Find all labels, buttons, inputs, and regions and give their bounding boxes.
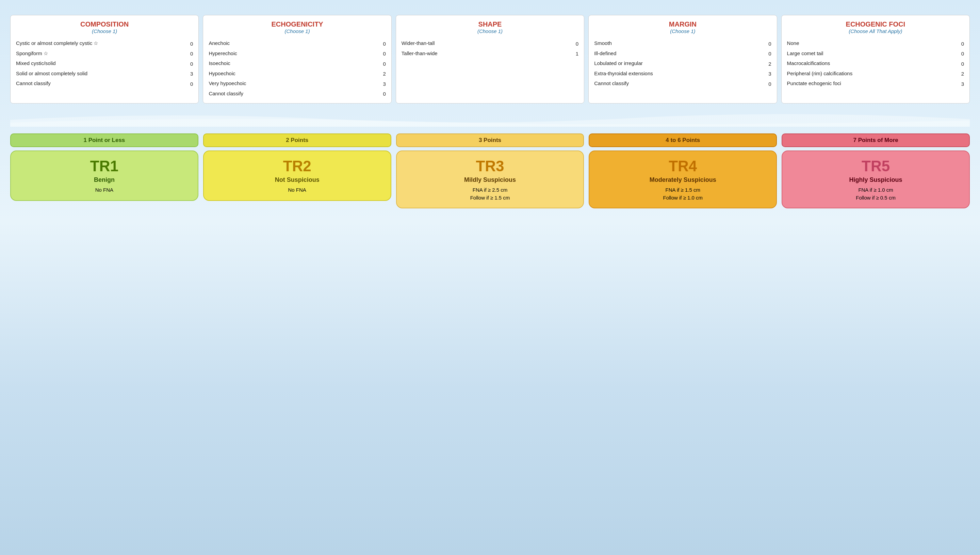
option-row: Cannot classify0 — [16, 78, 193, 88]
option-label: Solid or almost completely solid — [16, 70, 185, 77]
option-label: Isoechoic — [209, 60, 377, 67]
option-value: 2 — [959, 71, 964, 77]
tirads-level-tr3: TR3 — [401, 158, 579, 174]
tirads-action-tr1: No FNA — [16, 186, 193, 194]
tirads-name-tr4: Moderately Suspicious — [594, 176, 771, 183]
tirads-action-tr5: FNA if ≥ 1.0 cmFollow if ≥ 0.5 cm — [787, 186, 964, 202]
option-label: Hyperechoic — [209, 50, 377, 57]
option-row: Isoechoic0 — [209, 58, 385, 69]
option-value: 0 — [381, 51, 386, 56]
option-label: Cystic or almost completely cystic ☆ — [16, 40, 185, 47]
tirads-card-tr4: TR4Moderately SuspiciousFNA if ≥ 1.5 cmF… — [589, 151, 777, 209]
option-value: 0 — [959, 61, 964, 67]
option-label: Taller-than-wide — [401, 50, 570, 57]
tirads-name-tr3: Mildly Suspicious — [401, 176, 579, 183]
option-label: Cannot classify — [16, 80, 185, 87]
category-subtitle-echogenicity: (Choose 1) — [209, 28, 385, 34]
category-title-shape: SHAPE — [401, 20, 579, 28]
option-row: Spongiform ☆0 — [16, 48, 193, 59]
option-value: 0 — [959, 41, 964, 47]
category-title-composition: COMPOSITION — [16, 20, 193, 28]
tirads-col-tr2: 2 PointsTR2Not SuspiciousNo FNA — [203, 133, 391, 201]
tirads-name-tr2: Not Suspicious — [209, 176, 386, 183]
tirads-col-tr4: 4 to 6 PointsTR4Moderately SuspiciousFNA… — [589, 133, 777, 209]
option-value: 0 — [574, 41, 579, 47]
option-value: 0 — [188, 81, 193, 87]
option-row: Large comet tail0 — [787, 48, 964, 59]
category-card-echogenic-foci: ECHOGENIC FOCI(Choose All That Apply)Non… — [781, 15, 970, 104]
option-label: Peripheral (rim) calcifications — [787, 70, 956, 77]
option-value: 1 — [574, 51, 579, 56]
option-label: Wider-than-tall — [401, 40, 570, 47]
option-row: None0 — [787, 38, 964, 48]
category-card-composition: COMPOSITION(Choose 1)Cystic or almost co… — [10, 15, 199, 104]
category-title-echogenicity: ECHOGENICITY — [209, 20, 385, 28]
option-row: Cannot classify0 — [209, 88, 385, 99]
option-value: 2 — [381, 71, 386, 77]
tirads-card-tr3: TR3Mildly SuspiciousFNA if ≥ 2.5 cmFollo… — [396, 151, 584, 209]
tirads-action-tr4: FNA if ≥ 1.5 cmFollow if ≥ 1.0 cm — [594, 186, 771, 202]
categories-row: COMPOSITION(Choose 1)Cystic or almost co… — [10, 15, 970, 104]
option-row: Anechoic0 — [209, 38, 385, 48]
option-value: 0 — [188, 61, 193, 67]
option-row: Hyperechoic0 — [209, 48, 385, 59]
option-label: Lobulated or irregular — [594, 60, 763, 67]
tirads-col-tr3: 3 PointsTR3Mildly SuspiciousFNA if ≥ 2.5… — [396, 133, 584, 209]
tirads-name-tr1: Benign — [16, 176, 193, 183]
option-row: Extra-thyroidal extensions3 — [594, 69, 771, 79]
option-value: 0 — [767, 51, 771, 56]
tirads-level-tr5: TR5 — [787, 158, 964, 174]
option-value: 0 — [959, 51, 964, 56]
tirads-level-tr1: TR1 — [16, 158, 193, 174]
option-label: Extra-thyroidal extensions — [594, 70, 763, 77]
category-subtitle-shape: (Choose 1) — [401, 28, 579, 34]
option-value: 0 — [381, 41, 386, 47]
option-value: 3 — [767, 71, 771, 77]
tirads-level-tr2: TR2 — [209, 158, 386, 174]
option-value: 0 — [767, 41, 771, 47]
option-row: Lobulated or irregular2 — [594, 58, 771, 69]
option-row: Taller-than-wide1 — [401, 48, 579, 59]
points-badge-tr2: 2 Points — [203, 133, 391, 147]
option-value: 0 — [381, 91, 386, 97]
option-row: Cannot classify0 — [594, 78, 771, 88]
category-title-margin: MARGIN — [594, 20, 771, 28]
option-row: Ill-defined0 — [594, 48, 771, 59]
option-row: Punctate echogenic foci3 — [787, 78, 964, 88]
option-row: Very hypoechoic3 — [209, 78, 385, 88]
tirads-col-tr5: 7 Points of MoreTR5Highly SuspiciousFNA … — [782, 133, 970, 209]
category-card-echogenicity: ECHOGENICITY(Choose 1)Anechoic0Hyperecho… — [203, 15, 391, 104]
option-label: Very hypoechoic — [209, 80, 377, 87]
tirads-action-tr3: FNA if ≥ 2.5 cmFollow if ≥ 1.5 cm — [401, 186, 579, 202]
option-label: Cannot classify — [594, 80, 763, 87]
category-title-echogenic-foci: ECHOGENIC FOCI — [787, 20, 964, 28]
option-label: Large comet tail — [787, 50, 956, 57]
option-label: Smooth — [594, 40, 763, 47]
option-row: Smooth0 — [594, 38, 771, 48]
tirads-level-tr4: TR4 — [594, 158, 771, 174]
points-badge-tr4: 4 to 6 Points — [589, 133, 777, 147]
tirads-action-tr2: No FNA — [209, 186, 386, 194]
option-value: 0 — [188, 41, 193, 47]
option-label: Hypoechoic — [209, 70, 377, 77]
category-card-margin: MARGIN(Choose 1)Smooth0Ill-defined0Lobul… — [588, 15, 777, 104]
tirads-card-tr2: TR2Not SuspiciousNo FNA — [203, 151, 391, 201]
option-value: 3 — [188, 71, 193, 77]
option-value: 3 — [381, 81, 386, 87]
option-label: Spongiform ☆ — [16, 50, 185, 57]
option-row: Peripheral (rim) calcifications2 — [787, 69, 964, 79]
category-card-shape: SHAPE(Choose 1)Wider-than-tall0Taller-th… — [396, 15, 584, 104]
option-label: None — [787, 40, 956, 47]
category-subtitle-composition: (Choose 1) — [16, 28, 193, 34]
wave-divider — [10, 110, 970, 127]
option-row: Cystic or almost completely cystic ☆0 — [16, 38, 193, 48]
tirads-name-tr5: Highly Suspicious — [787, 176, 964, 183]
tirads-card-tr5: TR5Highly SuspiciousFNA if ≥ 1.0 cmFollo… — [782, 151, 970, 209]
category-subtitle-echogenic-foci: (Choose All That Apply) — [787, 28, 964, 34]
option-label: Cannot classify — [209, 90, 377, 97]
option-row: Macrocalcifications0 — [787, 58, 964, 69]
option-value: 2 — [767, 61, 771, 67]
option-label: Macrocalcifications — [787, 60, 956, 67]
option-row: Solid or almost completely solid3 — [16, 69, 193, 79]
option-row: Wider-than-tall0 — [401, 38, 579, 48]
